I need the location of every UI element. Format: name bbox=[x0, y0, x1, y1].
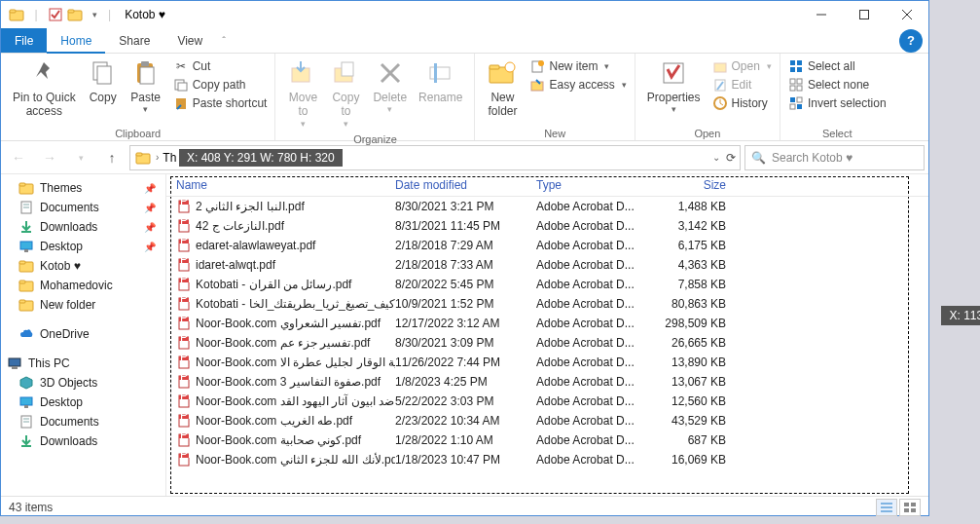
qat-folder-icon[interactable] bbox=[67, 7, 83, 22]
nav-item-icon bbox=[18, 326, 34, 342]
file-tab[interactable]: File bbox=[1, 28, 47, 53]
ribbon-tabs: File Home Share View ˆ ? bbox=[1, 28, 928, 54]
tab-view[interactable]: View bbox=[163, 28, 216, 53]
select-all-icon bbox=[788, 58, 804, 74]
thumbnails-view-button[interactable] bbox=[899, 499, 921, 516]
file-row[interactable]: PDFNoor-Book.com تفسير الشعراوي.pdf12/17… bbox=[166, 314, 928, 333]
column-name[interactable]: Name bbox=[176, 178, 395, 192]
search-box[interactable]: 🔍 Search Kotob ♥ bbox=[744, 145, 925, 170]
details-view-button[interactable] bbox=[876, 499, 897, 516]
overlay-coordinates: X: 408 Y: 291 W: 780 H: 320 bbox=[179, 149, 343, 167]
copy-to-button[interactable]: Copy to▾ bbox=[324, 56, 367, 131]
nav-item[interactable]: Themes📌 bbox=[1, 178, 165, 198]
nav-item[interactable]: Desktop📌 bbox=[1, 237, 165, 256]
back-button[interactable]: ← bbox=[5, 146, 32, 169]
nav-item[interactable]: Desktop bbox=[1, 393, 165, 412]
file-size: 80,863 KB bbox=[648, 297, 726, 311]
maximize-button[interactable] bbox=[843, 1, 886, 28]
nav-item-icon bbox=[18, 239, 34, 254]
address-dropdown-icon[interactable]: ⌄ bbox=[712, 152, 720, 163]
column-type[interactable]: Type bbox=[536, 178, 648, 192]
svg-text:PDF: PDF bbox=[180, 355, 192, 363]
refresh-button[interactable]: ⟳ bbox=[726, 151, 736, 165]
group-clipboard: Pin to Quick access Copy Paste▾ ✂Cut Cop… bbox=[1, 54, 275, 140]
group-label-select: Select bbox=[786, 126, 889, 140]
nav-item[interactable]: Kotob ♥ bbox=[1, 256, 165, 276]
svg-rect-57 bbox=[19, 261, 25, 264]
copy-path-button[interactable]: Copy path bbox=[171, 76, 270, 94]
nav-item[interactable]: Downloads bbox=[1, 431, 165, 451]
file-row[interactable]: PDFNoor-Book.com حلية الوقار لجليل عطرة … bbox=[166, 353, 928, 372]
nav-item[interactable]: New folder bbox=[1, 295, 165, 315]
nav-item-icon bbox=[18, 394, 34, 410]
svg-rect-40 bbox=[790, 86, 795, 91]
easy-access-button[interactable]: Easy access bbox=[527, 76, 628, 94]
tab-home[interactable]: Home bbox=[47, 28, 105, 53]
file-row[interactable]: PDFNoor-Book.com صفوة التفاسير 3.pdf1/8/… bbox=[166, 372, 928, 392]
nav-item[interactable]: Mohamedovic bbox=[1, 276, 165, 295]
nav-item-icon bbox=[18, 375, 34, 391]
history-button[interactable]: History bbox=[710, 94, 774, 112]
file-row[interactable]: PDFNoor-Book.com طه الغريب.pdf2/23/2022 … bbox=[166, 411, 928, 430]
svg-text:PDF: PDF bbox=[180, 199, 192, 207]
address-field[interactable]: › Th X: 408 Y: 291 W: 780 H: 320 ⌄ ⟳ bbox=[129, 145, 741, 170]
forward-button[interactable]: → bbox=[36, 146, 63, 169]
move-to-button[interactable]: Move to▾ bbox=[281, 56, 324, 131]
nav-item[interactable]: Downloads📌 bbox=[1, 217, 165, 237]
new-item-button[interactable]: New item bbox=[527, 57, 628, 75]
nav-item-label: Kotob ♥ bbox=[40, 259, 81, 273]
pin-quick-access-button[interactable]: Pin to Quick access bbox=[7, 56, 82, 121]
file-row[interactable]: PDFNoor-Book.com ضد ابيون آثار اليهود ال… bbox=[166, 392, 928, 411]
breadcrumb-sep[interactable]: › bbox=[156, 152, 159, 163]
select-all-button[interactable]: Select all bbox=[786, 57, 889, 75]
new-folder-button[interactable]: New folder bbox=[481, 56, 524, 121]
close-button[interactable] bbox=[886, 1, 928, 28]
nav-item-label: Desktop bbox=[40, 240, 83, 253]
svg-rect-47 bbox=[136, 153, 142, 156]
tab-share[interactable]: Share bbox=[105, 28, 163, 53]
column-size[interactable]: Size bbox=[648, 178, 726, 192]
properties-button[interactable]: Properties▾ bbox=[641, 56, 707, 117]
file-row[interactable]: PDFNoor-Book.com لأنك الله للجزء الثاني.… bbox=[166, 450, 928, 469]
file-row[interactable]: PDFNoor-Book.com كوني صحابية.pdf1/28/202… bbox=[166, 430, 928, 450]
paste-shortcut-button[interactable]: Paste shortcut bbox=[171, 94, 270, 112]
nav-item-label: OneDrive bbox=[40, 327, 90, 341]
file-row[interactable]: PDFKotobati - كيف_تصيغ_ثريا_بطريقتك_الخا… bbox=[166, 294, 928, 314]
minimize-button[interactable] bbox=[800, 1, 843, 28]
up-button[interactable]: ↑ bbox=[98, 146, 126, 169]
help-button[interactable]: ? bbox=[899, 29, 923, 53]
qat-divider: | bbox=[28, 7, 44, 22]
recent-dropdown[interactable]: ▾ bbox=[67, 146, 94, 169]
select-none-button[interactable]: Select none bbox=[786, 76, 889, 94]
file-row[interactable]: PDFالنازعات ج 42.pdf8/31/2021 11:45 PMAd… bbox=[166, 216, 928, 236]
paste-button[interactable]: Paste▾ bbox=[125, 56, 167, 117]
pdf-icon: PDF bbox=[176, 452, 192, 468]
qat-dropdown-icon[interactable]: ▾ bbox=[87, 7, 102, 22]
open-button[interactable]: Open bbox=[710, 57, 774, 75]
file-row[interactable]: PDFedaret-alawlaweyat.pdf2/18/2018 7:29 … bbox=[166, 236, 928, 255]
file-row[interactable]: PDFKotobati - رسائل من القران.pdf8/20/20… bbox=[166, 275, 928, 294]
delete-button[interactable]: Delete▾ bbox=[367, 56, 413, 117]
cut-button[interactable]: ✂Cut bbox=[171, 57, 270, 75]
file-date: 1/8/2023 4:25 PM bbox=[395, 375, 536, 389]
nav-item[interactable]: Documents📌 bbox=[1, 198, 165, 217]
file-name: Kotobati - كيف_تصيغ_ثريا_بطريقتك_الخا... bbox=[196, 297, 395, 311]
edit-button[interactable]: Edit bbox=[710, 76, 774, 94]
file-row[interactable]: PDFidaret-alwqt.pdf2/18/2018 7:33 AMAdob… bbox=[166, 255, 928, 275]
qat-checkbox-icon[interactable] bbox=[48, 7, 63, 22]
file-row[interactable]: PDFالنبا الجزء الثاني 2.pdf8/30/2021 3:2… bbox=[166, 197, 928, 216]
nav-item[interactable]: OneDrive bbox=[1, 324, 165, 344]
group-label-new: New bbox=[481, 126, 628, 140]
nav-item[interactable]: 3D Objects bbox=[1, 373, 165, 393]
copy-button[interactable]: Copy bbox=[82, 56, 125, 106]
file-row[interactable]: PDFNoor-Book.com تفسير جزء عم.pdf8/30/20… bbox=[166, 333, 928, 353]
nav-item[interactable]: Documents bbox=[1, 412, 165, 431]
scissors-icon: ✂ bbox=[173, 58, 189, 74]
ribbon-collapse-icon[interactable]: ˆ bbox=[216, 35, 232, 47]
nav-item[interactable]: This PC bbox=[1, 354, 165, 373]
rename-button[interactable]: Rename bbox=[413, 56, 468, 106]
invert-selection-button[interactable]: Invert selection bbox=[786, 94, 889, 112]
pdf-icon: PDF bbox=[176, 355, 192, 370]
breadcrumb-start[interactable]: Th bbox=[163, 151, 176, 165]
column-date[interactable]: Date modified bbox=[395, 178, 536, 192]
